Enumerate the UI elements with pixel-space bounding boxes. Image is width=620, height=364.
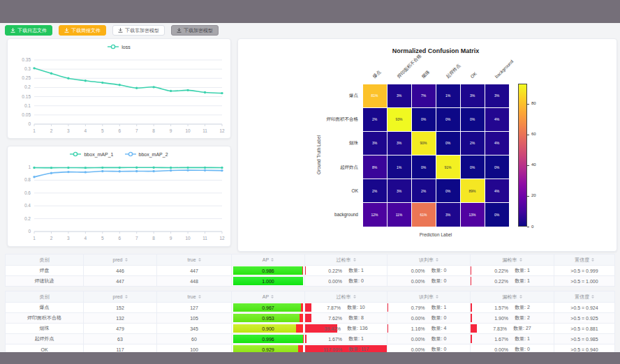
matrix-cell: 0%: [485, 156, 509, 179]
download-log-button[interactable]: 下载日志文件: [5, 25, 52, 36]
svg-text:0: 0: [28, 121, 31, 126]
download-encrypted-model-button[interactable]: 下载加密模型: [171, 25, 219, 36]
cell-over: 1.67%数量: 1: [305, 333, 388, 344]
legend-marker: [70, 151, 81, 157]
cell-miss: 1.57%数量: 2: [471, 302, 554, 312]
download-unencrypted-model-button[interactable]: 下载非加密模型: [112, 25, 165, 36]
svg-text:2: 2: [50, 128, 53, 133]
download-icon: [118, 28, 123, 33]
svg-text:11: 11: [202, 236, 207, 241]
legend-marker: [108, 44, 119, 50]
svg-text:1: 1: [28, 165, 31, 169]
ap-bar: 0.967: [233, 303, 303, 312]
download-report-button[interactable]: 下载简报文件: [59, 25, 106, 36]
matrix-cell: 3%: [363, 132, 387, 155]
sort-caret-icon[interactable]: [125, 294, 128, 300]
sort-caret-icon[interactable]: [591, 294, 594, 300]
rate-bar: [471, 303, 472, 312]
legend-item-loss[interactable]: loss: [108, 44, 130, 50]
sort-caret-icon[interactable]: [125, 257, 128, 263]
colorbar-tick: [527, 227, 529, 227]
sort-caret-icon[interactable]: [198, 294, 201, 300]
metrics-table-2: 类别predtrueAP过检率误判率漏检率置信度爆点1521270.9677.8…: [5, 291, 615, 355]
legend-label: loss: [121, 45, 130, 50]
sort-caret-icon[interactable]: [353, 294, 356, 300]
column-header-mis[interactable]: 误判率: [388, 291, 471, 302]
matrix-cell: 12%: [363, 203, 387, 226]
column-header-pred[interactable]: pred: [84, 291, 157, 302]
svg-text:0.4: 0.4: [24, 203, 31, 208]
sort-caret-icon[interactable]: [519, 294, 522, 300]
cell-over: 0.22%数量: 1: [305, 265, 388, 275]
matrix-cell: 0%: [412, 108, 436, 131]
matrix-cell: 0%: [436, 108, 460, 131]
cell-true: 60: [157, 333, 232, 344]
legend-item-bbox-map-1[interactable]: bbox_mAP_1: [70, 151, 113, 157]
svg-text:6: 6: [118, 236, 121, 241]
sort-caret-icon[interactable]: [436, 257, 438, 263]
rate-cell: 1.67%数量: 1: [305, 334, 387, 344]
column-header-true[interactable]: true: [157, 291, 232, 302]
column-header-miss[interactable]: 漏检率: [471, 291, 554, 302]
sort-caret-icon[interactable]: [198, 257, 201, 263]
cell-mis: 0.00%数量: 0: [388, 312, 471, 323]
legend-item-bbox-map-2[interactable]: bbox_mAP_2: [125, 151, 168, 157]
rate-cell: 0.00%数量: 0: [305, 276, 387, 286]
column-header-over[interactable]: 过检率: [305, 291, 388, 302]
sort-caret-icon[interactable]: [591, 257, 594, 263]
cell-true: 127: [157, 302, 232, 312]
cell-conf: >0.5 = 0.924: [554, 302, 614, 312]
download-icon: [10, 28, 15, 33]
column-header-conf[interactable]: 置信度: [554, 255, 614, 265]
rate-bar: [388, 303, 388, 312]
svg-text:0.35: 0.35: [22, 57, 31, 62]
svg-text:8: 8: [152, 128, 155, 133]
legend-marker: [125, 151, 136, 157]
matrix-column-label: background: [494, 59, 515, 79]
matrix-cell: 11%: [388, 203, 411, 226]
column-header-true[interactable]: true: [157, 255, 232, 265]
rate-cell: 0.79%数量: 1: [388, 303, 470, 312]
svg-text:1: 1: [33, 128, 36, 133]
matrix-cell: 3%: [436, 203, 460, 226]
svg-text:0.05: 0.05: [22, 112, 31, 117]
matrix-cell: 2%: [412, 179, 436, 202]
table-row: 焊缝轨迹4474481.0000.00%数量: 00.00%数量: 00.22%…: [6, 275, 614, 286]
cell-over: 7.62%数量: 8: [305, 312, 388, 323]
column-header-conf[interactable]: 置信度: [554, 291, 614, 302]
app-window: 下载日志文件 下载简报文件 下载非加密模型 下载加密模型: [0, 0, 620, 364]
sort-caret-icon[interactable]: [353, 257, 356, 263]
svg-text:11: 11: [202, 128, 207, 133]
sort-caret-icon[interactable]: [271, 257, 274, 263]
matrix-cell: 2%: [461, 132, 485, 155]
matrix-row-label: OK: [238, 188, 358, 194]
column-header-ap[interactable]: AP: [232, 291, 305, 302]
cell-pred: 479: [84, 323, 157, 333]
column-header-over[interactable]: 过检率: [305, 255, 388, 265]
cell-ap: 1.000: [232, 275, 305, 286]
cell-mis: 0.00%数量: 0: [388, 265, 471, 275]
matrix-cell: 93%: [388, 108, 411, 131]
column-header-mis[interactable]: 误判率: [388, 255, 471, 265]
svg-text:8: 8: [152, 236, 155, 241]
sort-caret-icon[interactable]: [436, 294, 438, 300]
matrix-cell: 1%: [388, 156, 411, 179]
matrix-cell: 3%: [461, 84, 485, 107]
sort-caret-icon[interactable]: [271, 294, 274, 300]
cell-conf: >0.5 = 0.999: [554, 265, 614, 275]
svg-text:6: 6: [118, 128, 121, 133]
svg-text:5: 5: [101, 236, 104, 241]
button-label: 下载非加密模型: [125, 28, 159, 33]
column-header-miss[interactable]: 漏检率: [471, 255, 554, 265]
cell-ap: 0.986: [232, 265, 305, 275]
rate-bar: [471, 266, 471, 275]
cell-true: 447: [157, 265, 232, 275]
sort-caret-icon[interactable]: [519, 257, 522, 263]
svg-text:3: 3: [67, 128, 70, 133]
map-line-chart: 00.20.40.60.81123456789101112: [8, 162, 232, 244]
column-header-ap[interactable]: AP: [232, 255, 305, 265]
matrix-column-label: 烟珠: [420, 69, 431, 79]
ap-bar: 1.000: [233, 277, 303, 285]
svg-text:0.2: 0.2: [24, 84, 31, 89]
column-header-pred[interactable]: pred: [84, 255, 157, 265]
